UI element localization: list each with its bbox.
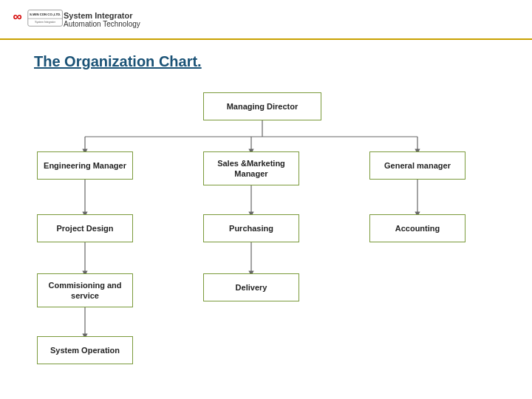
company-logo: ∞ S-WIN CON CO.,LTD. System Integrator: [12, 6, 64, 33]
company-line1: System Integrator: [64, 11, 140, 20]
page-title: The Organization Chart.: [34, 53, 532, 70]
company-line2: Automation Technology: [64, 20, 140, 28]
org-box-em: Engineering Manager: [37, 151, 133, 180]
org-box-md: Managing Director: [203, 92, 321, 120]
org-chart: Managing DirectorEngineering ManagerSale…: [15, 85, 517, 381]
org-box-acc: Accounting: [369, 214, 466, 242]
org-box-pd: Project Design: [37, 214, 133, 242]
svg-text:System Integrator: System Integrator: [35, 21, 55, 24]
header: ∞ S-WIN CON CO.,LTD. System Integrator S…: [0, 0, 532, 40]
svg-text:S-WIN CON CO.,LTD.: S-WIN CON CO.,LTD.: [30, 13, 61, 16]
svg-text:∞: ∞: [13, 10, 22, 24]
org-box-cs: Commisioning andservice: [37, 273, 133, 307]
company-info: System Integrator Automation Technology: [64, 11, 140, 28]
org-box-gm: General manager: [369, 151, 466, 180]
org-box-del: Delivery: [203, 273, 299, 301]
org-box-smm: Sales &MarketingManager: [203, 151, 299, 185]
org-box-pur: Purchasing: [203, 214, 299, 242]
org-box-so: System Operation: [37, 336, 133, 364]
